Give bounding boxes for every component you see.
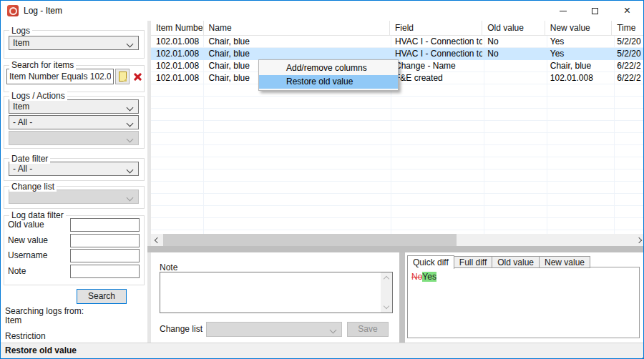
table-cell: 102.01.008 — [151, 60, 204, 72]
context-menu: Add/remove columnsRestore old value — [258, 59, 399, 91]
note-panel: Note Change list Save — [151, 252, 399, 343]
chevron-down-icon — [127, 167, 134, 174]
change-list-label: Change list — [9, 182, 57, 192]
table-cell: Chair, blue — [545, 60, 612, 72]
column-header-field[interactable]: Field — [390, 21, 482, 35]
table-row[interactable]: 102.01.008Chair, blueHVAC I - Connection… — [151, 48, 644, 60]
scroll-down-arrow[interactable] — [384, 303, 389, 309]
scroll-left-arrow[interactable] — [151, 234, 163, 246]
table-row[interactable]: 102.01.008Chair, blueHVAC I - Connection… — [151, 36, 644, 48]
table-cell: Chair, blue — [204, 36, 390, 48]
diff-new-value: Yes — [422, 272, 436, 282]
change-list-select[interactable] — [9, 190, 139, 204]
statusbar: Restore old value — [1, 343, 643, 359]
logs-actions-label: Logs / Actions — [9, 91, 67, 101]
caption-buttons: × — [547, 1, 643, 21]
table-cell: No — [482, 48, 545, 60]
date-filter-select[interactable]: - All - — [9, 162, 139, 176]
filter-label-old-value: Old value — [8, 220, 44, 230]
table-cell: 102.01.008 — [151, 36, 204, 48]
panel-divider[interactable] — [399, 252, 405, 343]
column-header-time[interactable]: Time — [612, 21, 644, 35]
tab-old-value[interactable]: Old value — [492, 256, 540, 268]
searching-from-label: Searching logs from: — [5, 306, 84, 316]
filter-label-new-value: New value — [8, 235, 48, 245]
table-cell: Change - Name — [390, 60, 482, 72]
logs-actions-select-2[interactable]: - All - — [9, 115, 139, 129]
date-filter-label: Date filter — [9, 154, 50, 164]
column-header-item-number[interactable]: Item Number — [151, 21, 204, 35]
chevron-down-icon — [127, 120, 134, 127]
tab-quick-diff[interactable]: Quick diff — [407, 255, 454, 269]
table-cell: Yes — [545, 36, 612, 48]
logs-select-value: Item — [13, 38, 29, 48]
filter-input-new-value[interactable] — [70, 234, 140, 247]
table-cell: HVAC I - Connection to... — [390, 48, 482, 60]
edit-search-button[interactable] — [115, 69, 130, 84]
save-button[interactable]: Save — [347, 322, 389, 337]
scrollbar-thumb[interactable] — [163, 234, 457, 246]
sidebar: Logs Item Search for items Logs / Action… — [1, 21, 147, 343]
red-x-icon — [133, 72, 142, 82]
maximize-button[interactable] — [579, 1, 611, 21]
clear-search-button[interactable] — [130, 69, 145, 84]
table-cell: 102.01.008 — [545, 72, 612, 84]
table-cell: Yes — [545, 48, 612, 60]
chevron-down-icon — [127, 136, 134, 143]
status-text: Restore old value — [5, 343, 77, 358]
filter-input-username[interactable] — [70, 249, 140, 262]
menu-item-add-remove-columns[interactable]: Add/remove columns — [259, 62, 398, 75]
diff-panel: Quick diffFull diffOld valueNew value No… — [405, 252, 644, 343]
table-cell: HVAC I - Connection to... — [390, 36, 482, 48]
table-header: Item NumberNameFieldOld valueNew valueTi… — [151, 21, 644, 36]
restriction-label: Restriction — [5, 331, 46, 341]
table-cell: 102.01.008 — [151, 48, 204, 60]
search-for-items-label: Search for items — [9, 60, 76, 70]
logs-actions-select-3[interactable] — [9, 131, 139, 145]
logs-select[interactable]: Item — [9, 36, 139, 50]
table-cell: 6/22/2 — [612, 72, 644, 84]
menu-item-restore-old-value[interactable]: Restore old value — [259, 75, 398, 89]
note-label: Note — [160, 262, 177, 272]
table-cell: F&E created — [390, 72, 482, 84]
chevron-down-icon — [330, 327, 337, 334]
chevron-down-icon — [127, 41, 134, 48]
logs-group-label: Logs — [9, 26, 32, 36]
resize-grip[interactable] — [639, 355, 640, 356]
minimize-button[interactable] — [547, 1, 579, 21]
search-button[interactable]: Search — [77, 289, 127, 304]
minimize-icon — [560, 11, 567, 11]
column-header-old-value[interactable]: Old value — [482, 21, 545, 35]
chevron-down-icon — [127, 104, 134, 112]
table-cell — [482, 72, 545, 84]
logs-actions-value-1: Item — [13, 102, 29, 112]
column-header-new-value[interactable]: New value — [545, 21, 612, 35]
change-list-bottom-select[interactable] — [206, 322, 342, 337]
scroll-right-arrow[interactable] — [633, 234, 644, 246]
search-items-input[interactable] — [6, 69, 114, 84]
filter-input-old-value[interactable] — [70, 218, 140, 232]
logs-actions-select-1[interactable]: Item — [9, 99, 139, 114]
log-item-window: Log - Item × Logs Item Search for items … — [0, 0, 644, 359]
diff-tabs: Quick diffFull diffOld valueNew value — [407, 255, 590, 268]
close-button[interactable]: × — [611, 1, 643, 21]
table-cell: 5/2/20 — [612, 36, 644, 48]
titlebar[interactable]: Log - Item × — [1, 1, 643, 21]
tab-new-value[interactable]: New value — [540, 256, 590, 268]
column-header-name[interactable]: Name — [204, 21, 390, 35]
note-page-icon — [119, 72, 127, 82]
table-horizontal-scrollbar[interactable] — [151, 234, 644, 246]
tab-full-diff[interactable]: Full diff — [454, 256, 492, 268]
chevron-down-icon — [127, 195, 134, 202]
note-input[interactable] — [160, 272, 393, 313]
note-scrollbar[interactable] — [381, 272, 392, 313]
searching-from-value: Item — [5, 315, 21, 325]
filter-input-note[interactable] — [70, 265, 140, 278]
diff-old-value: No — [411, 272, 422, 282]
table-cell: 6/22/2 — [612, 60, 644, 72]
horizontal-splitter[interactable] — [147, 246, 644, 252]
table-cell: 5/2/20 — [612, 48, 644, 60]
quick-diff-content: NoYes — [407, 267, 640, 338]
scroll-up-arrow[interactable] — [384, 276, 389, 282]
log-data-filter-label: Log data filter — [9, 210, 66, 220]
